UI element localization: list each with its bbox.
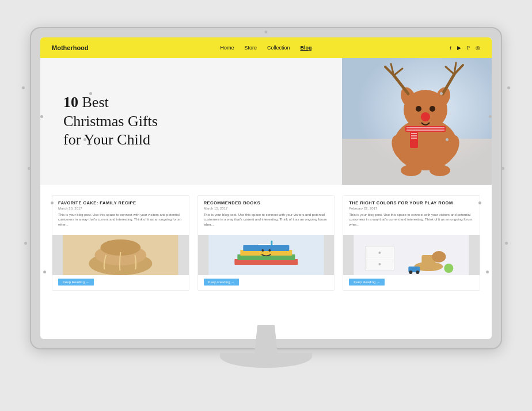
svg-rect-21 bbox=[410, 132, 418, 148]
svg-rect-24 bbox=[411, 138, 417, 139]
blog-card-2-title: RECOMMENDED BOOKS bbox=[204, 200, 329, 205]
deco-dot bbox=[89, 92, 92, 95]
svg-point-55 bbox=[409, 271, 413, 274]
blog-card-3: THE RIGHT COLORS FOR YOUR PLAY ROOM Febr… bbox=[343, 195, 480, 291]
nav-collection[interactable]: Collection bbox=[267, 45, 290, 51]
blog-card-1: FAVORITE CAKE: FAMILY RECIPE March 20, 2… bbox=[52, 195, 189, 291]
blog-card-2-image bbox=[198, 235, 335, 275]
deco-dot bbox=[24, 242, 27, 245]
svg-point-16 bbox=[430, 106, 435, 112]
hero-illustration bbox=[342, 58, 492, 185]
blog-card-1-text: This is your blog post. Use this space t… bbox=[58, 212, 183, 227]
svg-point-17 bbox=[421, 112, 430, 121]
hero-title-bold: 10 bbox=[63, 94, 78, 111]
svg-point-25 bbox=[401, 165, 421, 176]
blog-card-2-btn[interactable]: Keep Reading → bbox=[204, 279, 240, 286]
hero-title: 10 BestChristmas Giftsfor Your Child bbox=[63, 93, 158, 150]
blog-card-2-text: This is your blog post. Use this space t… bbox=[204, 212, 329, 227]
facebook-icon[interactable]: f bbox=[450, 45, 451, 51]
blog-card-3-image bbox=[343, 235, 480, 275]
blog-card-3-date: February 22, 2017 bbox=[349, 207, 474, 210]
blog-card-2-date: March 15, 2017 bbox=[204, 207, 329, 210]
blog-card-2: RECOMMENDED BOOKS March 15, 2017 This is… bbox=[197, 195, 335, 291]
svg-point-52 bbox=[432, 251, 446, 262]
blog-card-1-content: FAVORITE CAKE: FAMILY RECIPE March 20, 2… bbox=[52, 196, 189, 235]
blog-card-3-title: THE RIGHT COLORS FOR YOUR PLAY ROOM bbox=[349, 200, 474, 205]
svg-rect-19 bbox=[406, 127, 444, 128]
nav-home[interactable]: Home bbox=[220, 45, 234, 51]
blog-card-1-date: March 20, 2017 bbox=[58, 207, 183, 210]
monitor: Motherhood Home Store Collection Blog f … bbox=[30, 27, 502, 384]
deco-dot bbox=[486, 271, 489, 273]
monitor-screen: Motherhood Home Store Collection Blog f … bbox=[40, 37, 492, 339]
deco-dot bbox=[43, 271, 46, 273]
svg-point-42 bbox=[261, 249, 264, 252]
brand-logo: Motherhood bbox=[52, 44, 89, 51]
hero-section: 10 BestChristmas Giftsfor Your Child bbox=[40, 58, 492, 185]
svg-point-15 bbox=[416, 106, 421, 112]
svg-point-43 bbox=[268, 249, 271, 252]
svg-point-48 bbox=[379, 252, 381, 254]
deco-dot bbox=[440, 92, 443, 95]
deco-dot bbox=[83, 138, 86, 141]
deco-dot bbox=[446, 138, 449, 141]
deco-dot bbox=[40, 115, 43, 118]
svg-rect-41 bbox=[243, 245, 289, 251]
blog-card-3-content: THE RIGHT COLORS FOR YOUR PLAY ROOM Febr… bbox=[343, 196, 480, 235]
deco-dot bbox=[505, 242, 508, 245]
instagram-icon[interactable]: ◎ bbox=[476, 45, 480, 51]
hero-image bbox=[342, 58, 492, 185]
monitor-bezel: Motherhood Home Store Collection Blog f … bbox=[30, 27, 502, 349]
svg-point-49 bbox=[379, 263, 381, 265]
blog-card-1-image bbox=[52, 235, 189, 275]
pinterest-icon[interactable]: P bbox=[467, 45, 470, 51]
camera-dot bbox=[265, 31, 268, 33]
blog-card-1-title: FAVORITE CAKE: FAMILY RECIPE bbox=[58, 200, 183, 205]
monitor-stand-base bbox=[220, 353, 312, 368]
blog-cards-section: FAVORITE CAKE: FAMILY RECIPE March 20, 2… bbox=[40, 185, 492, 301]
youtube-icon[interactable]: ▶ bbox=[457, 45, 461, 51]
svg-rect-22 bbox=[411, 133, 417, 134]
deco-dot bbox=[478, 201, 481, 204]
nav-store[interactable]: Store bbox=[244, 45, 257, 51]
svg-point-53 bbox=[444, 264, 454, 273]
blog-card-1-btn[interactable]: Keep Reading → bbox=[58, 279, 94, 286]
nav-blog[interactable]: Blog bbox=[301, 45, 312, 51]
blog-card-3-text: This is your blog post. Use this space t… bbox=[349, 212, 474, 227]
svg-rect-20 bbox=[406, 130, 444, 131]
blog-card-2-content: RECOMMENDED BOOKS March 15, 2017 This is… bbox=[198, 196, 335, 235]
social-links: f ▶ P ◎ bbox=[450, 45, 480, 51]
blog-card-3-btn[interactable]: Keep Reading → bbox=[349, 279, 385, 286]
deco-dot bbox=[22, 86, 25, 89]
nav-links: Home Store Collection Blog bbox=[220, 45, 311, 51]
deco-dot bbox=[28, 167, 31, 170]
hero-text: 10 BestChristmas Giftsfor Your Child bbox=[40, 58, 342, 185]
svg-rect-23 bbox=[411, 135, 417, 136]
svg-point-26 bbox=[430, 165, 450, 176]
deco-dot bbox=[501, 167, 504, 170]
deco-dot bbox=[489, 115, 492, 118]
svg-point-56 bbox=[416, 271, 420, 274]
svg-rect-33 bbox=[63, 235, 178, 275]
deco-dot bbox=[51, 201, 54, 204]
svg-rect-18 bbox=[405, 126, 446, 132]
navbar: Motherhood Home Store Collection Blog f … bbox=[40, 37, 492, 58]
deco-dot bbox=[507, 86, 510, 89]
